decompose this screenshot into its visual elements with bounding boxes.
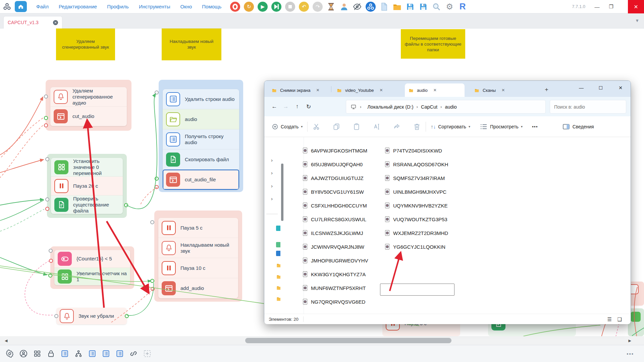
tab-close-icon[interactable]: ✕ <box>433 88 437 93</box>
file-item[interactable]: P74TVZ04DISIXKWD <box>384 145 442 156</box>
flow-group-D[interactable]: Звук не убрали <box>56 308 127 324</box>
up-icon[interactable]: ↑ <box>291 103 303 110</box>
menu-item-2[interactable]: Профиль <box>107 4 129 9</box>
tab-close-icon[interactable]: ✕ <box>380 88 383 93</box>
sticky-note-2[interactable]: Перемещаем готовые файлы в соответствующ… <box>401 29 465 59</box>
file-item[interactable]: UINLBMGH9MJHXVPC <box>384 186 446 197</box>
undo-icon[interactable]: ↶ <box>299 2 309 12</box>
connection-port[interactable] <box>45 207 49 211</box>
sidebar-folder-icon[interactable] <box>276 296 280 302</box>
canvas-hscrollbar-thumb[interactable] <box>245 338 451 343</box>
connection-port[interactable] <box>44 123 48 127</box>
flow-node[interactable]: Пауза 5 с <box>158 218 238 238</box>
sidebar-drive-icon[interactable] <box>276 242 280 248</box>
hierarchy-icon[interactable] <box>74 349 83 358</box>
sidebar-folder-icon[interactable] <box>276 285 280 291</box>
robin-logo-icon[interactable] <box>366 2 376 12</box>
refresh-icon[interactable]: ↻ <box>244 2 254 12</box>
sidebar-drive-icon[interactable] <box>276 251 280 256</box>
explorer-tab-2[interactable]: audio ✕ <box>405 83 465 97</box>
chevron-right-icon[interactable]: › <box>271 170 273 176</box>
connection-port[interactable] <box>155 185 159 189</box>
breadcrumb-item-2[interactable]: audio <box>445 104 457 110</box>
sidebar-drive-icon[interactable] <box>276 226 280 231</box>
connection-port[interactable] <box>124 203 128 207</box>
connection-port[interactable] <box>150 279 154 283</box>
settings-icon[interactable]: ⚙ <box>445 2 454 11</box>
flow-node[interactable]: Накладываем новый звук <box>158 238 238 258</box>
file-item[interactable]: NG7QRQIRVQSVG6ED <box>302 296 365 307</box>
search-box[interactable] <box>550 100 626 114</box>
share-icon[interactable] <box>393 123 401 131</box>
breadcrumb[interactable]: › Локальный диск (D:)›CapCut›audio <box>346 100 546 114</box>
thumbnail-view-icon[interactable]: ❑ <box>618 316 622 322</box>
list-view-icon[interactable]: ☰ <box>607 316 612 322</box>
flow-node[interactable]: Пауза 20 с <box>51 177 123 195</box>
back-icon[interactable]: ← <box>269 103 280 110</box>
file-explorer-window[interactable]: ＋ — ☐ ✕ Снимки экрана ✕ video_Youtube ✕ … <box>264 80 631 324</box>
tab-capcut[interactable]: CAPCUT_v1.3 ✕ <box>3 16 62 28</box>
file-item[interactable]: RSRANLAQOSD67OKH <box>384 159 448 170</box>
profile-icon[interactable] <box>19 349 28 358</box>
run-next-icon[interactable] <box>271 2 281 12</box>
connection-port[interactable] <box>45 157 49 161</box>
more-commands[interactable]: ••• <box>532 124 538 129</box>
explorer-tab-3[interactable]: Сканы ✕ <box>471 83 531 97</box>
forward-icon[interactable]: → <box>280 103 291 110</box>
file-item[interactable]: AAJWZTDGUIUGTUJZ <box>302 172 364 184</box>
flow-node[interactable]: Установить значение 0 переменной <box>51 158 123 177</box>
scroll-right-icon[interactable]: ▶ <box>629 339 631 343</box>
connection-port[interactable] <box>44 95 48 99</box>
explorer-sidebar[interactable]: › › › › <box>264 137 304 314</box>
menu-item-4[interactable]: Окно <box>180 4 192 9</box>
flow-node[interactable]: Увеличить счетчик на 1 <box>54 268 130 285</box>
tab-close-icon[interactable]: ✕ <box>501 88 505 93</box>
explorer-maximize-button[interactable]: ☐ <box>595 83 606 93</box>
tab-list-chevron-icon[interactable]: ▼ <box>635 18 639 23</box>
connection-port[interactable] <box>125 314 129 318</box>
details-button[interactable]: Сведения <box>562 123 594 131</box>
connection-port[interactable] <box>155 90 159 95</box>
link-icon[interactable] <box>129 349 138 358</box>
canvas-hscrollbar[interactable]: ◀ ▶ <box>0 336 644 345</box>
create-button[interactable]: Создать▾ <box>272 123 303 130</box>
flow-node[interactable]: {Counter15} < 5 <box>54 250 130 268</box>
table-icon[interactable] <box>60 349 69 358</box>
file-item[interactable]: ILCSNWZSJKJGLWMJ <box>302 227 363 239</box>
bottom-more-icon[interactable]: ••• <box>627 351 634 357</box>
connection-port[interactable] <box>44 116 48 120</box>
r-logo-icon[interactable]: R <box>458 2 467 11</box>
chevron-right-icon[interactable]: › <box>271 196 273 201</box>
connection-port[interactable] <box>49 259 53 263</box>
explorer-close-button[interactable]: ✕ <box>615 83 626 93</box>
wait-icon[interactable] <box>326 2 336 11</box>
menu-item-3[interactable]: Инструменты <box>139 4 170 9</box>
window-restore-button[interactable]: ❐ <box>604 0 618 13</box>
save-all-icon[interactable] <box>419 2 428 11</box>
settings-icon[interactable] <box>5 349 14 358</box>
new-file-icon[interactable] <box>379 2 389 11</box>
delete-icon[interactable] <box>413 123 421 131</box>
connection-port[interactable] <box>48 274 52 278</box>
view-button[interactable]: Просмотреть▾ <box>480 123 523 131</box>
file-item[interactable]: VUQ7WOUTKZTG3P53 <box>384 214 447 225</box>
breadcrumb-item-0[interactable]: Локальный диск (D:) <box>367 104 413 110</box>
file-item[interactable]: KKW3GY1QKHGTYZ7A <box>302 268 366 280</box>
open-folder-icon[interactable] <box>392 2 402 11</box>
file-item[interactable]: WXJEMRZ2T2DR3MHD <box>384 227 448 239</box>
lock-icon[interactable] <box>47 349 55 358</box>
connection-port[interactable] <box>150 220 154 224</box>
menu-item-0[interactable]: Файл <box>36 4 49 9</box>
tab-close-icon[interactable]: ✕ <box>53 20 58 25</box>
explorer-minimize-button[interactable]: — <box>576 83 587 93</box>
explorer-tab-1[interactable]: video_Youtube ✕ <box>333 83 397 97</box>
file-item[interactable]: YG6GCYJC1LQOKKIN <box>384 241 445 252</box>
connection-port[interactable] <box>151 287 155 291</box>
paste-icon[interactable] <box>353 123 361 131</box>
flow-node[interactable]: Пауза 10 с <box>158 258 238 278</box>
file-item[interactable]: UQYMKNV9HVB2YZKE <box>384 200 448 211</box>
file-item[interactable]: CU7LRRCS8GXUSWUL <box>302 214 366 225</box>
this-pc-icon[interactable] <box>350 104 357 110</box>
rename-icon[interactable] <box>373 123 381 131</box>
scroll-left-icon[interactable]: ◀ <box>5 339 7 343</box>
